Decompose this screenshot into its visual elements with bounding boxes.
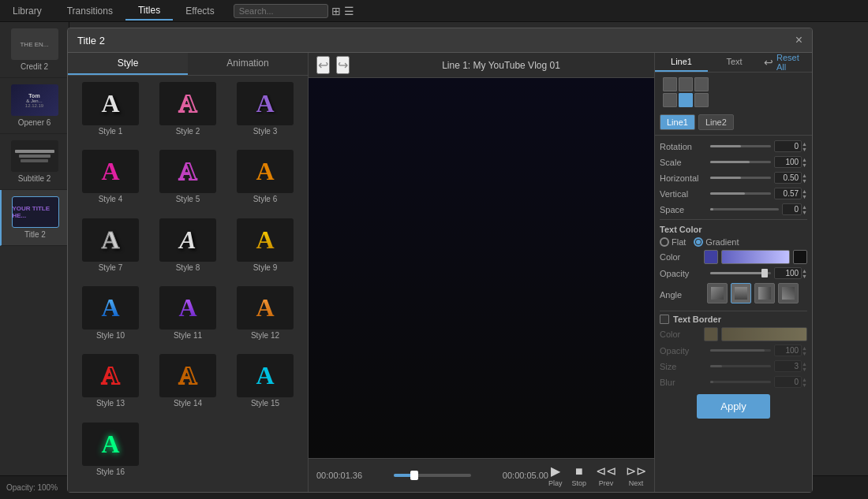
horizontal-up[interactable]: ▲	[802, 173, 807, 178]
bsz-down[interactable]: ▼	[802, 367, 807, 372]
style-item-15[interactable]: A Style 15	[229, 354, 301, 417]
border-size-slider[interactable]	[710, 365, 771, 367]
style-item-8[interactable]: A Style 8	[152, 218, 224, 281]
space-up[interactable]: ▲	[802, 204, 807, 210]
line2-button[interactable]: Line2	[698, 114, 734, 130]
angle-swatch-1[interactable]	[707, 283, 728, 303]
rotation-input[interactable]	[774, 140, 802, 152]
style-item-9[interactable]: A Style 9	[229, 218, 301, 281]
reset-button[interactable]: Reset All	[776, 53, 809, 72]
rotation-slider[interactable]	[710, 145, 771, 147]
styles-panel: Style Animation A Style 1 A Style 2 A St…	[68, 53, 309, 492]
left-item-credit[interactable]: THE EN... Credit 2	[0, 22, 69, 78]
border-size-row: Size ▲ ▼	[660, 360, 807, 372]
search-input[interactable]	[234, 4, 328, 18]
border-size-input[interactable]	[774, 360, 802, 372]
scale-up[interactable]: ▲	[802, 157, 807, 162]
close-button[interactable]: ×	[795, 33, 803, 47]
bop-down[interactable]: ▼	[802, 351, 807, 356]
left-item-opener[interactable]: Tom & Jen... 12.12.19 Opener 6	[0, 78, 69, 134]
horizontal-input[interactable]	[774, 172, 802, 184]
bop-up[interactable]: ▲	[802, 345, 807, 351]
align-top-left[interactable]	[663, 77, 677, 91]
color-swatch-left[interactable]	[704, 250, 718, 264]
opacity-input[interactable]	[774, 267, 802, 279]
style-item-3[interactable]: A Style 3	[229, 82, 301, 145]
border-blur-slider[interactable]	[710, 381, 771, 383]
vertical-input[interactable]	[774, 188, 802, 199]
timeline-bar[interactable]	[394, 474, 471, 477]
bsz-up[interactable]: ▲	[802, 361, 807, 367]
style-item-7[interactable]: A Style 7	[74, 218, 147, 281]
space-down[interactable]: ▼	[802, 210, 807, 215]
border-opacity-slider[interactable]	[710, 349, 771, 352]
style-item-16[interactable]: A Style 16	[74, 423, 147, 486]
scale-down[interactable]: ▼	[802, 162, 807, 168]
tab-effects[interactable]: Effects	[173, 2, 226, 20]
opacity-down[interactable]: ▼	[802, 274, 807, 279]
style-item-1[interactable]: A Style 1	[74, 82, 147, 145]
tab-animation[interactable]: Animation	[188, 53, 308, 75]
nav-back[interactable]: ↩	[316, 56, 330, 74]
bbl-up[interactable]: ▲	[802, 377, 807, 382]
style-item-6[interactable]: A Style 6	[229, 150, 301, 213]
border-size-label: Size	[660, 362, 707, 371]
tab-style[interactable]: Style	[68, 53, 188, 75]
angle-swatch-3[interactable]	[754, 283, 775, 303]
gradient-radio[interactable]: Gradient	[694, 237, 739, 247]
style-item-11[interactable]: A Style 11	[152, 286, 224, 349]
border-swatch[interactable]	[704, 327, 718, 341]
tab-line1[interactable]: Line1	[655, 53, 708, 72]
style-item-2[interactable]: A Style 2	[152, 82, 224, 145]
align-mid-right[interactable]	[694, 93, 709, 107]
tab-transitions[interactable]: Transitions	[54, 2, 125, 20]
opacity-slider[interactable]	[710, 272, 771, 274]
nav-forward[interactable]: ↪	[336, 56, 350, 74]
tab-library[interactable]: Library	[0, 2, 54, 20]
left-item-title2[interactable]: YOUR TITLE HE... Title 2	[0, 190, 69, 246]
style-item-12[interactable]: A Style 12	[229, 286, 301, 349]
flat-radio[interactable]: Flat	[660, 237, 686, 247]
rotation-up[interactable]: ▲	[802, 141, 807, 147]
align-top-center[interactable]	[679, 77, 693, 91]
stop-button[interactable]: ■ Stop	[571, 464, 586, 487]
vertical-down[interactable]: ▼	[802, 194, 807, 199]
text-border-checkbox[interactable]	[660, 315, 669, 324]
title2-label: Title 2	[24, 230, 46, 239]
align-top-right[interactable]	[694, 77, 709, 91]
opacity-up[interactable]: ▲	[802, 268, 807, 274]
space-input[interactable]	[782, 203, 802, 215]
angle-swatch-2[interactable]	[731, 283, 751, 303]
line1-button[interactable]: Line1	[660, 114, 695, 130]
vertical-slider[interactable]	[710, 192, 771, 195]
prev-button[interactable]: ⊲⊲ Prev	[596, 464, 616, 487]
horizontal-down[interactable]: ▼	[802, 178, 807, 184]
border-gradient[interactable]	[721, 327, 807, 341]
bbl-down[interactable]: ▼	[802, 382, 807, 388]
style-item-13[interactable]: A Style 13	[74, 354, 147, 417]
apply-button[interactable]: Apply	[697, 394, 770, 419]
space-slider[interactable]	[710, 208, 779, 210]
color-gradient-bar[interactable]	[721, 250, 790, 264]
style-item-4[interactable]: A Style 4	[74, 150, 147, 213]
horizontal-slider[interactable]	[710, 177, 771, 179]
tab-text[interactable]: Text	[708, 53, 761, 72]
undo-button[interactable]: ↩	[764, 56, 773, 69]
scale-slider[interactable]	[710, 161, 771, 163]
border-opacity-input[interactable]	[774, 344, 802, 356]
style-item-10[interactable]: A Style 10	[74, 286, 147, 349]
angle-swatch-4[interactable]	[778, 283, 799, 303]
tab-titles[interactable]: Titles	[125, 2, 173, 20]
align-mid-left[interactable]	[663, 93, 677, 107]
next-button[interactable]: ⊳⊳ Next	[626, 464, 646, 487]
color-swatch-right[interactable]	[793, 250, 807, 264]
align-mid-center[interactable]	[679, 93, 693, 107]
style-item-5[interactable]: A Style 5	[152, 150, 224, 213]
rotation-down[interactable]: ▼	[802, 147, 807, 152]
border-blur-input[interactable]	[774, 376, 802, 388]
play-button[interactable]: ▶ Play	[548, 464, 563, 487]
left-item-subtitle[interactable]: Subtitle 2	[0, 134, 69, 190]
scale-input[interactable]	[774, 156, 802, 168]
vertical-up[interactable]: ▲	[802, 188, 807, 194]
style-item-14[interactable]: A Style 14	[152, 354, 224, 417]
